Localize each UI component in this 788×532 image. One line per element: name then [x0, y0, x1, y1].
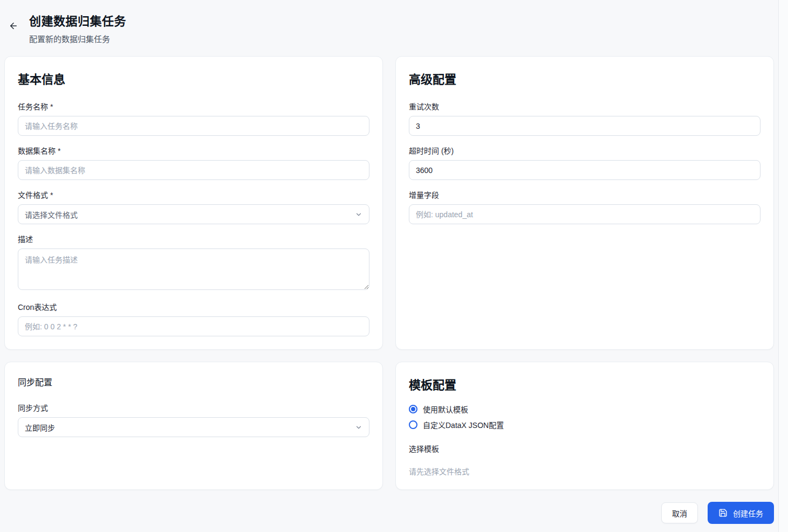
dataset-name-field-group: 数据集名称 * — [18, 145, 369, 180]
create-task-button-label: 创建任务 — [733, 508, 763, 519]
template-config-title: 模板配置 — [409, 375, 760, 392]
radio-selected-icon — [409, 405, 417, 413]
advanced-config-title: 高级配置 — [409, 70, 760, 87]
file-format-field-group: 文件格式 * 请选择文件格式 — [18, 189, 369, 224]
select-template-label: 选择模板 — [409, 443, 760, 454]
footer-actions: 取消 创建任务 — [4, 502, 774, 524]
description-field-group: 描述 — [18, 233, 369, 292]
basic-info-title: 基本信息 — [18, 70, 369, 87]
page-title: 创建数据归集任务 — [29, 11, 126, 29]
sync-mode-label: 同步方式 — [18, 402, 369, 413]
timeout-field-group: 超时时间 (秒) — [409, 145, 760, 180]
select-template-hint: 请先选择文件格式 — [409, 466, 760, 476]
radio-custom-datax-label: 自定义DataX JSON配置 — [423, 419, 504, 430]
cron-label: Cron表达式 — [18, 301, 369, 312]
task-name-field-group: 任务名称 * — [18, 101, 369, 136]
arrow-left-icon — [9, 21, 18, 31]
radio-custom-datax[interactable]: 自定义DataX JSON配置 — [409, 419, 760, 430]
cards-grid: 基本信息 任务名称 * 数据集名称 * 文件格式 * 请选择文件格式 — [4, 56, 774, 490]
dataset-name-label: 数据集名称 * — [18, 145, 369, 156]
incremental-field-group: 增量字段 — [409, 189, 760, 224]
back-button[interactable] — [4, 17, 23, 35]
scrollbar-track[interactable] — [778, 0, 788, 532]
file-format-select[interactable]: 请选择文件格式 — [18, 204, 369, 224]
dataset-name-input[interactable] — [18, 160, 369, 180]
sync-mode-select-value: 立即同步 — [25, 422, 55, 433]
advanced-config-card: 高级配置 重试次数 超时时间 (秒) 增量字段 — [395, 56, 774, 350]
template-config-card: 模板配置 使用默认模板 自定义DataX JSON配置 选择模板 请先选择文件格… — [395, 362, 774, 490]
sync-config-title: 同步配置 — [18, 375, 369, 388]
page-header: 创建数据归集任务 配置新的数据归集任务 — [4, 0, 774, 44]
file-format-label: 文件格式 * — [18, 189, 369, 200]
retry-count-field-group: 重试次数 — [409, 101, 760, 136]
title-block: 创建数据归集任务 配置新的数据归集任务 — [29, 11, 126, 44]
description-label: 描述 — [18, 233, 369, 244]
radio-default-template[interactable]: 使用默认模板 — [409, 404, 760, 414]
page-subtitle: 配置新的数据归集任务 — [29, 33, 126, 44]
sync-mode-select[interactable]: 立即同步 — [18, 417, 369, 437]
incremental-field-input[interactable] — [409, 204, 760, 224]
radio-default-template-label: 使用默认模板 — [423, 404, 468, 414]
sync-mode-field-group: 同步方式 立即同步 — [18, 402, 369, 437]
description-textarea[interactable] — [18, 248, 369, 290]
retry-count-label: 重试次数 — [409, 101, 760, 112]
timeout-input[interactable] — [409, 160, 760, 180]
task-name-input[interactable] — [18, 116, 369, 136]
incremental-field-label: 增量字段 — [409, 189, 760, 200]
retry-count-input[interactable] — [409, 116, 760, 136]
cancel-button[interactable]: 取消 — [661, 502, 698, 523]
cron-input[interactable] — [18, 316, 369, 336]
sync-config-card: 同步配置 同步方式 立即同步 — [4, 362, 383, 490]
save-icon — [718, 508, 728, 517]
create-task-button[interactable]: 创建任务 — [708, 502, 774, 524]
cron-field-group: Cron表达式 — [18, 301, 369, 336]
file-format-select-value: 请选择文件格式 — [25, 209, 78, 220]
chevron-down-icon — [355, 211, 362, 218]
task-name-label: 任务名称 * — [18, 101, 369, 112]
timeout-label: 超时时间 (秒) — [409, 145, 760, 156]
chevron-down-icon — [355, 424, 362, 431]
radio-unselected-icon — [409, 420, 417, 429]
basic-info-card: 基本信息 任务名称 * 数据集名称 * 文件格式 * 请选择文件格式 — [4, 56, 383, 350]
page: 创建数据归集任务 配置新的数据归集任务 基本信息 任务名称 * 数据集名称 * … — [0, 0, 788, 524]
